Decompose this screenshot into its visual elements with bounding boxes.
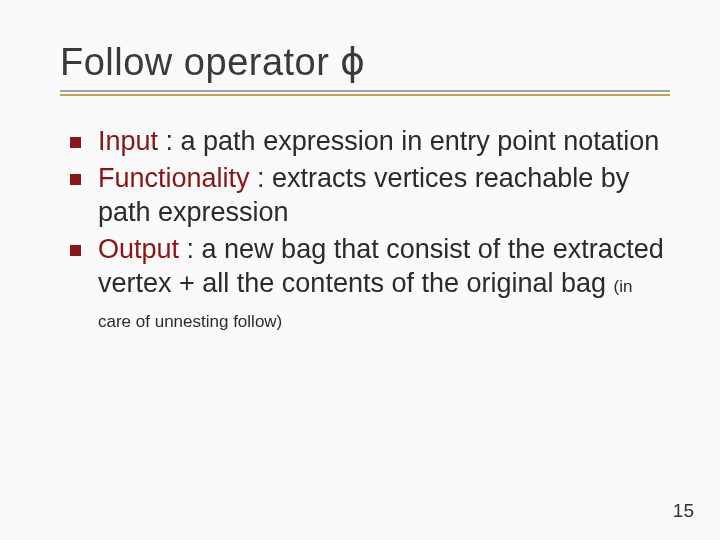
bullet-text: : a new bag that consist of the extracte… [98,234,664,299]
title-text: Follow operator [60,41,340,83]
bullet-item: Output : a new bag that consist of the e… [70,232,670,336]
bullet-term: Functionality [98,163,250,193]
slide-title: Follow operator ϕ [60,40,670,84]
bullet-square-icon [70,137,81,148]
bullet-square-icon [70,245,81,256]
page-number: 15 [673,500,694,522]
bullet-list: Input : a path expression in entry point… [60,124,670,335]
bullet-term: Output [98,234,179,264]
bullet-text: : a path expression in entry point notat… [158,126,659,156]
slide: Follow operator ϕ Input : a path express… [0,0,720,540]
bullet-term: Input [98,126,158,156]
bullet-item: Functionality : extracts vertices reacha… [70,161,670,230]
bullet-square-icon [70,174,81,185]
bullet-item: Input : a path expression in entry point… [70,124,670,159]
title-rule-bottom [60,94,670,96]
phi-symbol: ϕ [340,41,366,83]
title-rule-top [60,90,670,92]
